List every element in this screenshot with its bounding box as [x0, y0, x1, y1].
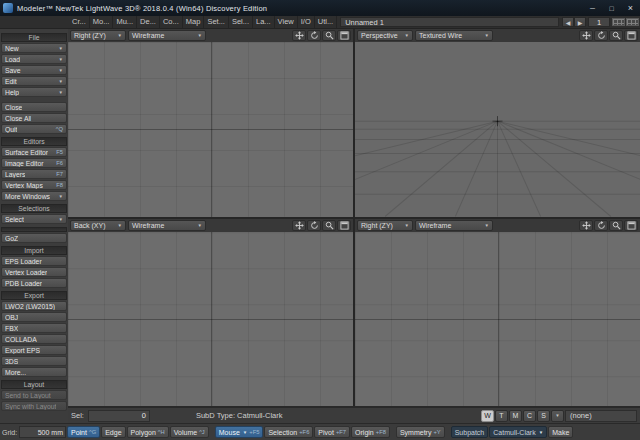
render-mode-dropdown[interactable]: Textured Wire ▼: [415, 30, 493, 41]
sidebar-item-layers[interactable]: LayersF7: [1, 169, 67, 179]
sidebar-item-pdb-loader[interactable]: PDB Loader: [1, 278, 67, 288]
bottom-bar: Grid: 500 mm Point^GEdgePolygon^HVolume^…: [0, 423, 640, 440]
layer-bank-bg-icon[interactable]: [626, 18, 639, 26]
selection-mode-edge[interactable]: Edge: [101, 426, 125, 438]
tab-de[interactable]: De...: [137, 16, 160, 28]
zoom-icon[interactable]: [322, 30, 336, 41]
action-center-mouse[interactable]: Mouse▼+F5: [215, 426, 264, 438]
sidebar-item-quit[interactable]: Quit^Q: [1, 124, 67, 134]
view-type-dropdown[interactable]: Right (ZY) ▼: [357, 220, 413, 231]
minimize-icon[interactable]: ─: [583, 0, 602, 16]
view-type-dropdown[interactable]: Perspective ▼: [357, 30, 413, 41]
view-type-dropdown[interactable]: Right (ZY) ▼: [70, 30, 126, 41]
sidebar-item-help[interactable]: Help▼: [1, 87, 67, 97]
sidebar-item-label: COLLADA: [5, 336, 37, 343]
vmap-c-button[interactable]: C: [523, 410, 536, 422]
pan-icon[interactable]: [579, 220, 593, 231]
zoom-icon[interactable]: [609, 220, 623, 231]
section-header-selections: Selections: [1, 204, 67, 213]
sidebar-item-save[interactable]: Save▼: [1, 65, 67, 75]
rotate-icon[interactable]: [307, 30, 321, 41]
sidebar-item-vertex-loader[interactable]: Vertex Loader: [1, 267, 67, 277]
shortcut-hint: F6: [56, 160, 63, 166]
pan-icon[interactable]: [292, 220, 306, 231]
action-center-pivot[interactable]: Pivot+F7: [314, 426, 350, 438]
render-mode-dropdown[interactable]: Wireframe ▼: [415, 220, 493, 231]
sidebar-item-3ds[interactable]: 3DS: [1, 356, 67, 366]
tab-la[interactable]: La...: [253, 16, 275, 28]
maximize-icon[interactable]: [337, 220, 351, 231]
sidebar-item-vertex-maps[interactable]: Vertex MapsF8: [1, 180, 67, 190]
object-selector[interactable]: Unnamed 1: [340, 17, 559, 27]
tab-view[interactable]: View: [275, 16, 298, 28]
subd-type-dropdown[interactable]: Catmull-Clark▼: [489, 426, 547, 438]
sidebar-item-close[interactable]: Close: [1, 102, 67, 112]
rotate-icon[interactable]: [594, 30, 608, 41]
sidebar-item-eps-loader[interactable]: EPS Loader: [1, 256, 67, 266]
layer-prev-button[interactable]: ◀: [562, 17, 574, 27]
sidebar-item-select[interactable]: Select▼: [1, 214, 67, 224]
pan-icon[interactable]: [292, 30, 306, 41]
sidebar-item-close-all[interactable]: Close All: [1, 113, 67, 123]
sidebar-item-fbx[interactable]: FBX: [1, 323, 67, 333]
sidebar-item-image-editor[interactable]: Image EditorF6: [1, 158, 67, 168]
sidebar-item-lwo2-lw2015[interactable]: LWO2 (LW2015): [1, 301, 67, 311]
zoom-icon[interactable]: [322, 220, 336, 231]
tab-cr[interactable]: Cr...: [69, 16, 90, 28]
sidebar-item-obj[interactable]: OBJ: [1, 312, 67, 322]
layer-next-button[interactable]: ▶: [574, 17, 586, 27]
sidebar-item-collada[interactable]: COLLADA: [1, 334, 67, 344]
tab-map[interactable]: Map: [183, 16, 205, 28]
selection-mode-point[interactable]: Point^G: [67, 426, 100, 438]
pan-icon[interactable]: [579, 30, 593, 41]
selection-mode-polygon[interactable]: Polygon^H: [127, 426, 169, 438]
tab-i-o[interactable]: I/O: [298, 16, 315, 28]
sidebar-item-more[interactable]: More...: [1, 367, 67, 377]
rotate-icon[interactable]: [307, 220, 321, 231]
maximize-icon[interactable]: [624, 220, 638, 231]
viewport-column: Right (ZY) ▼ Wireframe ▼: [68, 29, 640, 423]
tab-set[interactable]: Set...: [204, 16, 229, 28]
vmap-dropdown-button[interactable]: ▼: [551, 410, 564, 422]
vmap-s-button[interactable]: S: [537, 410, 550, 422]
vmap-t-button[interactable]: T: [495, 410, 508, 422]
tab-mo[interactable]: Mo...: [90, 16, 114, 28]
tab-co[interactable]: Co...: [160, 16, 183, 28]
viewport-canvas-back[interactable]: [68, 232, 353, 407]
maximize-icon[interactable]: [337, 30, 351, 41]
tab-utl[interactable]: Utl...: [315, 16, 337, 28]
sidebar-item-export-eps[interactable]: Export EPS: [1, 345, 67, 355]
rotate-icon[interactable]: [594, 220, 608, 231]
view-type-dropdown[interactable]: Back (XY) ▼: [70, 220, 126, 231]
layer-number[interactable]: 1: [588, 17, 610, 27]
make-button[interactable]: Make: [548, 426, 573, 438]
sidebar-item-label: Save: [5, 67, 21, 74]
sidebar-item-new[interactable]: New▼: [1, 43, 67, 53]
render-mode-dropdown[interactable]: Wireframe ▼: [128, 220, 206, 231]
vmap-w-button[interactable]: W: [481, 410, 494, 422]
close-icon[interactable]: ×: [621, 0, 640, 16]
sidebar-item-edit[interactable]: Edit▼: [1, 76, 67, 86]
action-center-selection[interactable]: Selection+F6: [264, 426, 313, 438]
render-mode-dropdown[interactable]: Wireframe ▼: [128, 30, 206, 41]
vmap-m-button[interactable]: M: [509, 410, 522, 422]
layer-bank-fg-icon[interactable]: [612, 18, 625, 26]
sidebar-item-load[interactable]: Load▼: [1, 54, 67, 64]
subpatch-button[interactable]: Subpatch: [451, 426, 489, 438]
viewport-canvas-right[interactable]: [68, 42, 353, 217]
symmetry-toggle[interactable]: Symmetry+Y: [396, 426, 445, 438]
selection-mode-volume[interactable]: Volume^J: [170, 426, 209, 438]
sidebar-item-more-windows[interactable]: More Windows▼: [1, 191, 67, 201]
viewport-canvas-perspective[interactable]: [355, 42, 640, 217]
vmap-selector[interactable]: (none): [565, 410, 637, 422]
tab-sel[interactable]: Sel...: [229, 16, 253, 28]
viewport-canvas-right2[interactable]: [355, 232, 640, 407]
maximize-icon[interactable]: [624, 30, 638, 41]
sidebar-item-goz[interactable]: GoZ: [1, 233, 67, 243]
zoom-icon[interactable]: [609, 30, 623, 41]
maximize-icon[interactable]: □: [602, 0, 621, 16]
action-center-origin[interactable]: Origin+F8: [351, 426, 390, 438]
tab-mu[interactable]: Mu...: [113, 16, 137, 28]
sidebar-item-surface-editor[interactable]: Surface EditorF5: [1, 147, 67, 157]
sidebar-item-label: Close All: [5, 115, 31, 122]
